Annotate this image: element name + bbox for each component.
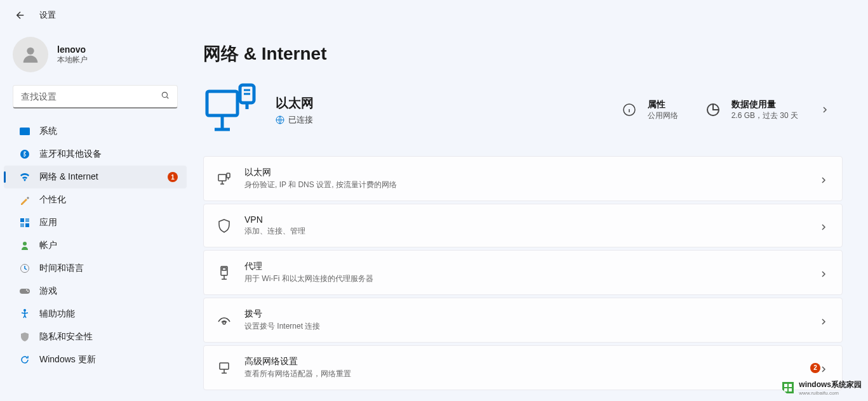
svg-point-11 [26, 289, 27, 291]
search-icon [161, 91, 170, 102]
proxy-icon [217, 265, 232, 280]
bluetooth-icon [19, 148, 30, 160]
sidebar-item-privacy[interactable]: 隐私和安全性 [4, 325, 187, 348]
ethernet-icon [217, 171, 232, 187]
main-content: 网络 & Internet 以太网 已连接 [190, 30, 868, 401]
sidebar-item-time[interactable]: 时间和语言 [4, 257, 187, 280]
nav-badge: 1 [168, 172, 178, 182]
personalize-icon [19, 194, 30, 206]
row-title: 高级网络设置 [244, 356, 803, 367]
sidebar-item-label: 网络 & Internet [39, 171, 98, 183]
setting-row-dialup[interactable]: 拨号 设置拨号 Internet 连接 [203, 298, 843, 343]
setting-row-proxy[interactable]: 代理 用于 Wi-Fi 和以太网连接的代理服务器 [203, 250, 843, 295]
sidebar-item-label: 个性化 [39, 194, 66, 206]
sidebar-item-label: 应用 [39, 217, 57, 228]
svg-rect-14 [207, 91, 237, 115]
svg-point-8 [23, 242, 27, 246]
profile-block[interactable]: lenovo 本地帐户 [4, 30, 187, 85]
back-button[interactable] [13, 8, 28, 23]
privacy-icon [19, 331, 30, 343]
row-sub: 设置拨号 Internet 连接 [244, 321, 820, 332]
topbar-title: 设置 [39, 10, 56, 21]
data-usage-icon [704, 100, 723, 119]
data-usage-sub: 2.6 GB，过去 30 天 [731, 110, 798, 121]
connection-title: 以太网 [276, 95, 314, 112]
vpn-icon [217, 218, 232, 233]
sidebar-item-system[interactable]: 系统 [4, 120, 187, 143]
svg-rect-28 [789, 388, 792, 391]
avatar [13, 37, 48, 72]
svg-rect-19 [218, 174, 226, 181]
chevron-right-icon [820, 221, 829, 230]
svg-rect-27 [784, 388, 787, 391]
gaming-icon [19, 286, 30, 297]
svg-rect-5 [25, 218, 29, 222]
sidebar-item-apps[interactable]: 应用 [4, 211, 187, 234]
sidebar-item-label: 游戏 [39, 286, 57, 297]
chevron-right-icon [820, 364, 829, 372]
row-sub: 添加、连接、管理 [244, 226, 820, 237]
svg-rect-20 [227, 173, 230, 178]
chevron-right-icon [820, 174, 829, 183]
data-usage-card[interactable]: 数据使用量 2.6 GB，过去 30 天 [691, 99, 843, 121]
info-icon [620, 100, 639, 119]
svg-rect-22 [222, 268, 226, 270]
sidebar-item-label: Windows 更新 [39, 354, 96, 365]
setting-row-advanced[interactable]: 高级网络设置 查看所有网络适配器，网络重置 2 [203, 345, 843, 390]
connection-status: 已连接 [288, 114, 313, 126]
sidebar-item-label: 系统 [39, 126, 57, 137]
svg-point-12 [27, 291, 29, 292]
svg-rect-2 [20, 128, 30, 135]
sidebar-item-accounts[interactable]: 帐户 [4, 234, 187, 257]
chevron-right-icon [820, 268, 829, 277]
update-icon [19, 354, 30, 365]
sidebar-item-network[interactable]: 网络 & Internet 1 [4, 166, 187, 188]
properties-sub: 公用网络 [648, 110, 678, 121]
row-sub: 用于 Wi-Fi 和以太网连接的代理服务器 [244, 273, 820, 284]
sidebar-item-gaming[interactable]: 游戏 [4, 280, 187, 303]
row-sub: 身份验证, IP 和 DNS 设置, 按流量计费的网络 [244, 180, 820, 190]
search-box[interactable] [13, 85, 178, 108]
svg-rect-7 [25, 223, 29, 227]
advanced-network-icon [217, 360, 232, 376]
dialup-icon [217, 313, 232, 328]
svg-rect-24 [220, 363, 229, 369]
sidebar-item-accessibility[interactable]: 辅助功能 [4, 303, 187, 325]
svg-point-1 [162, 92, 167, 97]
profile-type: 本地帐户 [57, 55, 88, 65]
row-title: 以太网 [244, 167, 820, 178]
search-input[interactable] [21, 91, 161, 102]
system-icon [19, 126, 30, 137]
sidebar-item-label: 蓝牙和其他设备 [39, 148, 102, 160]
wifi-icon [19, 171, 30, 183]
watermark: windows系统家园 www.ruibaifu.com [781, 379, 862, 396]
svg-rect-25 [784, 384, 787, 387]
row-badge: 2 [810, 363, 820, 373]
setting-row-ethernet[interactable]: 以太网 身份验证, IP 和 DNS 设置, 按流量计费的网络 [203, 156, 843, 201]
svg-rect-4 [20, 218, 24, 222]
chevron-right-icon [820, 316, 829, 325]
globe-icon [276, 115, 284, 124]
svg-point-13 [23, 309, 26, 312]
sidebar-item-label: 时间和语言 [39, 263, 84, 274]
row-title: VPN [244, 214, 820, 225]
properties-card[interactable]: 属性 公用网络 [607, 99, 691, 121]
watermark-icon [781, 381, 795, 395]
nav-list: 系统 蓝牙和其他设备 网络 & Internet 1 个性化 应用 帐户 [4, 120, 187, 371]
data-usage-title: 数据使用量 [731, 99, 798, 110]
time-icon [19, 263, 30, 274]
sidebar-item-bluetooth[interactable]: 蓝牙和其他设备 [4, 143, 187, 166]
sidebar-item-personalization[interactable]: 个性化 [4, 188, 187, 211]
properties-title: 属性 [648, 99, 678, 110]
sidebar: lenovo 本地帐户 系统 蓝牙和其他设备 [0, 30, 190, 401]
row-sub: 查看所有网络适配器，网络重置 [244, 369, 803, 379]
sidebar-item-label: 帐户 [39, 240, 57, 251]
setting-row-vpn[interactable]: VPN 添加、连接、管理 [203, 204, 843, 247]
page-title: 网络 & Internet [203, 42, 843, 66]
row-title: 拨号 [244, 308, 820, 320]
sidebar-item-label: 隐私和安全性 [39, 331, 93, 343]
sidebar-item-update[interactable]: Windows 更新 [4, 348, 187, 371]
svg-point-0 [27, 48, 34, 55]
row-title: 代理 [244, 261, 820, 272]
ethernet-hero-icon [203, 81, 258, 138]
